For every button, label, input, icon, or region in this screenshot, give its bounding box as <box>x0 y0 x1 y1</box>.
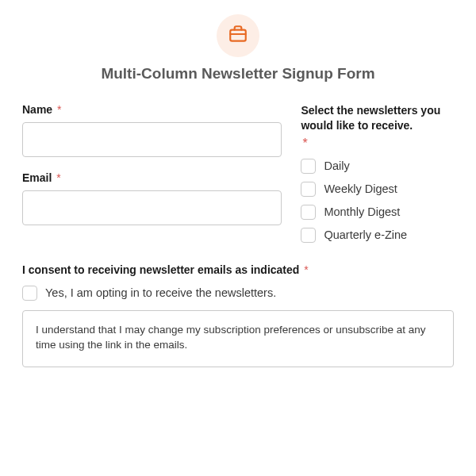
email-label-text: Email <box>22 171 52 184</box>
consent-optin[interactable]: Yes, I am opting in to receive the newsl… <box>22 286 454 301</box>
newsletters-label-text: Select the newsletters you would like to… <box>301 104 440 132</box>
checkbox[interactable] <box>22 286 37 301</box>
email-label: Email * <box>22 171 282 184</box>
form-title: Multi-Column Newsletter Signup Form <box>22 65 454 83</box>
newsletter-option[interactable]: Daily <box>301 159 454 174</box>
svg-rect-0 <box>230 30 246 41</box>
checkbox[interactable] <box>301 159 316 174</box>
newsletter-option-label: Daily <box>324 159 349 172</box>
newsletter-option-label: Weekly Digest <box>324 182 397 195</box>
required-marker: * <box>56 171 60 184</box>
name-label: Name * <box>22 103 282 116</box>
newsletter-option-label: Quarterly e-Zine <box>324 228 407 241</box>
name-input[interactable] <box>22 122 282 157</box>
newsletter-option[interactable]: Monthly Digest <box>301 205 454 220</box>
checkbox[interactable] <box>301 182 316 197</box>
main-columns: Name * Email * Select the newsletters yo… <box>22 103 454 251</box>
left-column: Name * Email * <box>22 103 282 251</box>
required-marker: * <box>304 263 308 276</box>
newsletter-option-label: Monthly Digest <box>324 205 400 218</box>
checkbox[interactable] <box>301 205 316 220</box>
required-marker: * <box>302 136 307 150</box>
consent-label-text: I consent to receiving newsletter emails… <box>22 263 299 276</box>
newsletter-option[interactable]: Weekly Digest <box>301 182 454 197</box>
consent-label: I consent to receiving newsletter emails… <box>22 263 454 276</box>
email-input[interactable] <box>22 190 282 225</box>
newsletter-option[interactable]: Quarterly e-Zine <box>301 228 454 243</box>
consent-section: I consent to receiving newsletter emails… <box>22 263 454 367</box>
right-column: Select the newsletters you would like to… <box>301 103 454 251</box>
briefcase-icon <box>228 24 248 48</box>
required-marker: * <box>57 103 61 116</box>
email-field: Email * <box>22 171 282 225</box>
name-field: Name * <box>22 103 282 157</box>
newsletters-label: Select the newsletters you would like to… <box>301 103 454 133</box>
form-icon-circle <box>217 14 259 57</box>
name-label-text: Name <box>22 103 52 116</box>
disclaimer-box: I understand that I may change my subscr… <box>22 310 454 367</box>
consent-optin-text: Yes, I am opting in to receive the newsl… <box>45 286 276 299</box>
checkbox[interactable] <box>301 228 316 243</box>
disclaimer-text: I understand that I may change my subscr… <box>36 324 426 351</box>
